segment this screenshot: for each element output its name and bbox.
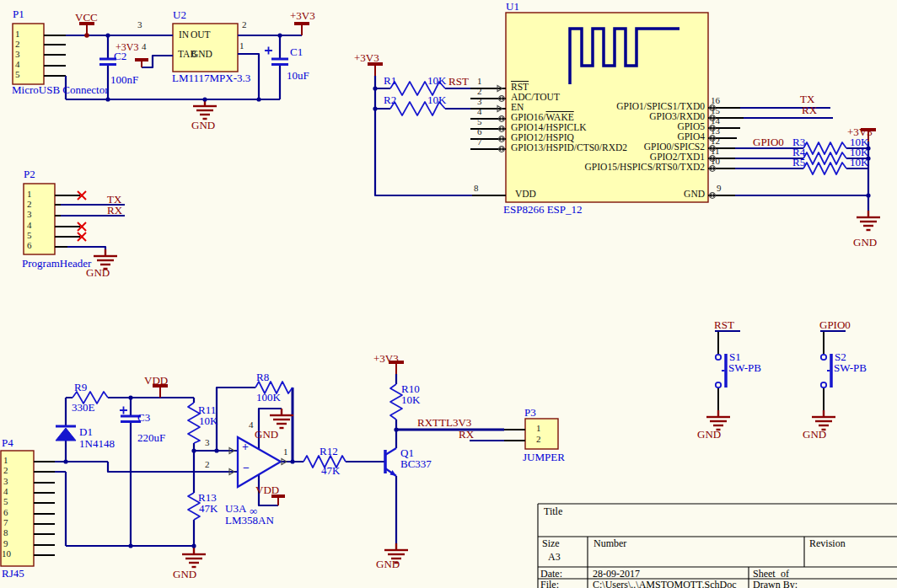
u3a-pin2-num: 2	[205, 460, 210, 469]
net-label-rst-s1: RST	[714, 319, 734, 330]
u2-pin4-num: 4	[142, 42, 147, 51]
p1-ref: P1	[13, 8, 24, 19]
u2-pin2-num: 2	[242, 20, 247, 29]
c1-ref: C1	[290, 46, 303, 57]
v33-flag-icon	[294, 24, 309, 35]
titleblock-date-value: 28-09-2017	[593, 569, 640, 579]
u1-value: ESP8266 ESP_12	[503, 204, 583, 215]
p1-pin: 5	[15, 70, 20, 79]
s2-switch-icon[interactable]	[821, 354, 831, 388]
p2-ref: P2	[24, 168, 35, 179]
r12-value: 47K	[321, 465, 340, 476]
p1-desc: MicroUSB Connector	[12, 84, 108, 95]
vdd-flag-icon	[153, 386, 168, 398]
c3-value: 220uF	[137, 432, 165, 443]
s1-switch-icon[interactable]	[716, 354, 726, 388]
u1-pin-name: GPIO3/RXD0	[506, 112, 705, 122]
p2-pin: 5	[27, 231, 32, 240]
titleblock-file-label: File:	[540, 580, 559, 588]
u2-pin-gnd-name: GND	[191, 50, 212, 60]
net-label-gnd-u2: GND	[191, 120, 215, 131]
net-label-gpio0-s2: GPIO0	[819, 319, 851, 330]
p4-ref: P4	[2, 437, 13, 448]
wires	[55, 35, 868, 546]
net-label-rx-p2: RX	[107, 205, 122, 216]
p4-pin: 7	[3, 518, 8, 527]
u2-pin3-num: 3	[137, 20, 142, 29]
p2-pin: 2	[27, 200, 32, 209]
p3-pin: 1	[536, 424, 541, 433]
u2-pin1-num: 1	[239, 41, 244, 51]
net-label-gnd-s2: GND	[803, 429, 826, 440]
p4-pin: 2	[3, 466, 8, 475]
gnd-opamp-icon	[270, 409, 293, 428]
p4-pin: 9	[3, 539, 8, 548]
net-label-vdd: VDD	[144, 375, 168, 386]
u1-pin-num: 4	[477, 107, 482, 116]
r8-value: 100K	[256, 392, 281, 403]
p3-pin: 2	[536, 435, 541, 444]
q1-transistor-icon[interactable]	[385, 448, 396, 476]
u1-pin-name: ADC/TOUT	[511, 93, 560, 103]
junction-dots	[63, 33, 870, 548]
titleblock-of-label: of	[781, 569, 789, 579]
net-label-gnd-opamp: GND	[255, 429, 278, 440]
d1-ref: D1	[79, 426, 93, 437]
gnd-r13-icon	[182, 548, 206, 567]
net-label-3v3: +3V3	[290, 10, 315, 21]
u1-pin-name: RST	[511, 83, 529, 93]
p1-pin: 4	[15, 60, 20, 69]
c1-value: 10uF	[287, 70, 309, 81]
net-label-gnd-s1: GND	[697, 429, 721, 440]
r5-ref: R5	[792, 157, 805, 168]
u3a-pin3-num: 3	[205, 438, 210, 447]
net-label-rx: RX	[802, 104, 817, 115]
u1-pin-num: 9	[717, 184, 722, 193]
c2-ref: C2	[114, 51, 126, 61]
p4-pin: 1	[3, 456, 8, 465]
u3a-ref: U3A	[225, 503, 246, 514]
u1-pin-name: GPIO2/TXD1	[506, 152, 705, 163]
p1-pin: 1	[15, 29, 20, 39]
u2-ref: U2	[173, 9, 186, 20]
titleblock-date-label: Date:	[540, 569, 562, 579]
r3-symbol	[803, 142, 846, 154]
u1-pin-num: 15	[711, 106, 720, 115]
vdd-opamp-flag-icon	[271, 496, 285, 505]
r12-ref: R12	[320, 446, 338, 457]
u1-pin-num: 1	[477, 77, 482, 86]
p4-pin: 5	[3, 497, 8, 506]
r13-value: 47K	[199, 503, 218, 514]
gnd-u2-icon	[193, 99, 217, 119]
u1-pin-num: 12	[711, 136, 720, 146]
p4-pin: 8	[3, 528, 8, 537]
c1-symbol	[271, 59, 288, 65]
u1-pin-name: GPIO1/SPICS1/TXD0	[506, 102, 705, 112]
net-label-rx-p3: RX	[459, 429, 474, 440]
p3-desc: JUMPER	[523, 452, 565, 462]
c3-ref: C3	[137, 412, 150, 423]
u1-ref: U1	[506, 1, 519, 12]
titleblock-revision-label: Revision	[809, 538, 846, 548]
p4-desc: RJ45	[2, 568, 24, 579]
c2-value: 100nF	[110, 74, 138, 85]
s2-value: SW-PB	[834, 362, 867, 373]
r1-ref: R1	[384, 75, 396, 86]
u1-pin-num: 11	[711, 147, 720, 156]
r8-ref: R8	[256, 372, 269, 382]
titleblock-title: Title	[544, 506, 562, 516]
u2-value: LM1117MPX-3.3	[172, 72, 250, 83]
u1-pin-num: 8	[474, 184, 479, 193]
u1-pin-num: 13	[711, 126, 720, 136]
titleblock-number-label: Number	[594, 538, 626, 548]
r11-value: 10K	[199, 415, 218, 426]
u1-pin-num: 14	[711, 116, 720, 126]
net-label-vdd-opamp: VDD	[255, 484, 279, 495]
u1-pin-name: GPIO5	[506, 122, 705, 132]
u2-pin-in-name: IN	[179, 30, 189, 40]
gnd-s1-icon	[706, 410, 730, 430]
p4-pin: 3	[3, 477, 8, 486]
u1-pin-num: 7	[477, 137, 482, 147]
p2-pin: 3	[27, 210, 32, 219]
net-label-vcc: VCC	[75, 12, 98, 23]
